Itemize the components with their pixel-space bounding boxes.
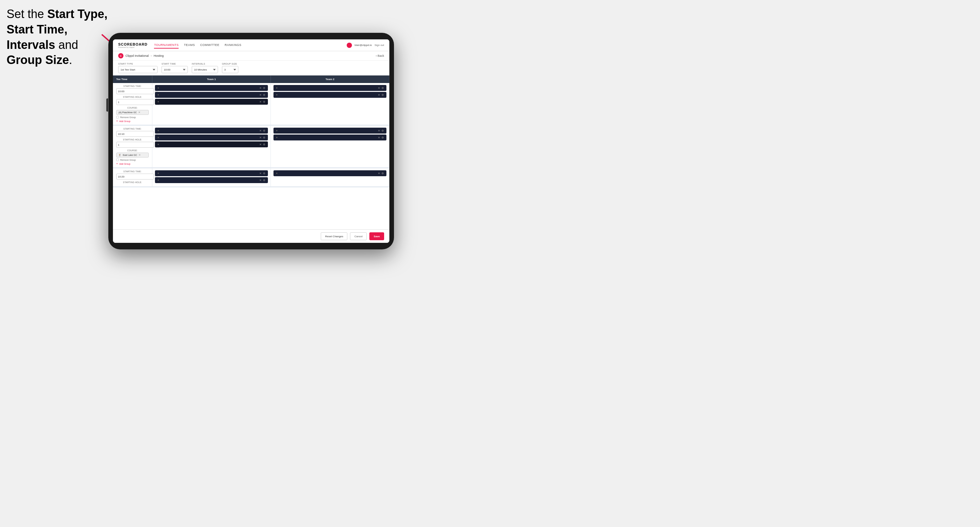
player-remove[interactable]: ✕ xyxy=(259,94,262,97)
course-remove-2[interactable]: ✕ xyxy=(138,154,141,157)
player-remove[interactable]: ✕ xyxy=(259,100,262,103)
player-settings[interactable]: ⚙ xyxy=(263,129,265,132)
intervals-select[interactable]: 10 Minutes 8 Minutes 12 Minutes xyxy=(192,66,218,73)
team1-cell-2: ✕ ⚙ ✕ ⚙ xyxy=(152,126,271,167)
player-settings[interactable]: ⚙ xyxy=(263,100,265,103)
player-remove[interactable]: ✕ xyxy=(378,87,380,90)
player-settings[interactable]: ⚙ xyxy=(263,172,265,175)
player-row: ✕ ⚙ xyxy=(155,128,268,133)
th-tee-time: Tee Time xyxy=(113,75,152,83)
nav-tab-teams[interactable]: TEAMS xyxy=(184,42,195,49)
player-remove[interactable]: ✕ xyxy=(259,179,262,182)
intervals-group: Intervals 10 Minutes 8 Minutes 12 Minute… xyxy=(192,63,218,73)
group-section-3: STARTING TIME: ⏱ STARTING HOLE: ✕ xyxy=(113,168,389,187)
player-dot xyxy=(158,94,159,95)
player-remove[interactable]: ✕ xyxy=(259,129,262,132)
player-row: ✕ ⚙ xyxy=(274,85,387,91)
course-tag-2: 🏌 East Lake GC ✕ xyxy=(116,152,149,157)
team2-cell-3: ✕ ⚙ xyxy=(271,168,389,186)
course-tag-1: (A) Peachtree GC ✕ xyxy=(116,110,149,115)
remove-group-btn-2[interactable]: Remove Group xyxy=(120,159,135,161)
remove-group-checkbox-2[interactable] xyxy=(116,159,119,161)
add-group-plus-2: + xyxy=(116,162,118,165)
start-time-select[interactable]: 10:00 xyxy=(162,66,188,73)
player-settings[interactable]: ⚙ xyxy=(263,136,265,139)
starting-time-input-3[interactable] xyxy=(116,174,154,179)
player-settings[interactable]: ⚙ xyxy=(263,94,265,97)
back-link[interactable]: ‹ Back xyxy=(375,54,384,57)
player-remove[interactable]: ✕ xyxy=(378,172,380,175)
cancel-button[interactable]: Cancel xyxy=(350,232,367,240)
player-remove[interactable]: ✕ xyxy=(259,172,262,175)
player-dot xyxy=(276,130,277,131)
add-group-btn-2[interactable]: Add Group xyxy=(119,163,130,165)
breadcrumb-icon: C xyxy=(118,53,123,59)
player-remove[interactable]: ✕ xyxy=(378,136,380,139)
player-dot xyxy=(276,87,277,89)
tablet-screen: SCOREBOARD Powered by clippd TOURNAMENTS… xyxy=(113,40,389,243)
save-button[interactable]: Save xyxy=(369,232,384,240)
starting-hole-label-2: STARTING HOLE: xyxy=(116,138,149,141)
player-remove[interactable]: ✕ xyxy=(378,94,380,97)
starting-time-label-1: STARTING TIME: xyxy=(116,85,149,87)
starting-hole-input-1[interactable] xyxy=(116,99,154,105)
start-time-label: Start Time xyxy=(162,63,188,65)
player-settings[interactable]: ⚙ xyxy=(382,172,384,175)
course-label-1: COURSE: xyxy=(116,106,149,109)
start-time-group: Start Time 10:00 xyxy=(162,63,188,73)
nav-tabs: TOURNAMENTS TEAMS COMMITTEE RANKINGS xyxy=(154,42,347,49)
group-size-select[interactable]: 3 2 4 xyxy=(222,66,239,73)
side-panel-1: STARTING TIME: ⏱ STARTING HOLE: ▲ ▼ xyxy=(113,83,152,125)
player-settings[interactable]: ⚙ xyxy=(263,87,265,90)
intervals-label: Intervals xyxy=(192,63,218,65)
player-settings[interactable]: ⚙ xyxy=(382,94,384,97)
player-remove[interactable]: ✕ xyxy=(259,87,262,90)
team2-cell-1: ✕ ⚙ ✕ ⚙ xyxy=(271,83,389,125)
player-row: ✕ ⚙ xyxy=(155,85,268,91)
player-row: ✕ ⚙ xyxy=(274,92,387,98)
group-section-1: STARTING TIME: ⏱ STARTING HOLE: ▲ ▼ xyxy=(113,83,389,126)
start-type-select[interactable]: 1st Tee Start Shotgun Start xyxy=(118,66,158,73)
course-remove-1[interactable]: ✕ xyxy=(138,111,140,114)
reset-changes-button[interactable]: Reset Changes xyxy=(321,232,347,240)
nav-bar: SCOREBOARD Powered by clippd TOURNAMENTS… xyxy=(113,40,389,51)
player-row: ✕ ⚙ xyxy=(274,170,387,176)
nav-tab-tournaments[interactable]: TOURNAMENTS xyxy=(154,42,178,49)
add-group-btn-1[interactable]: Add Group xyxy=(119,120,130,122)
side-panel-3: STARTING TIME: ⏱ STARTING HOLE: xyxy=(113,168,152,186)
side-panel-2: STARTING TIME: ⏱ STARTING HOLE: ▲ ▼ xyxy=(113,126,152,167)
starting-time-input-1[interactable] xyxy=(116,88,154,94)
remove-group-btn-1[interactable]: Remove Group xyxy=(120,116,135,119)
player-dot xyxy=(158,144,159,145)
tournament-name[interactable]: Clippd Invitational xyxy=(126,54,149,57)
nav-tab-committee[interactable]: COMMITTEE xyxy=(200,42,220,49)
team1-cell-3: ✕ ⚙ ✕ ⚙ xyxy=(152,168,271,186)
player-settings[interactable]: ⚙ xyxy=(382,129,384,132)
player-dot xyxy=(158,87,159,89)
th-team1: Team 1 xyxy=(152,75,271,83)
breadcrumb-bar: C Clippd Invitational › Hosting ‹ Back xyxy=(113,51,389,61)
add-group-plus-1: + xyxy=(116,119,118,123)
logo: SCOREBOARD Powered by clippd xyxy=(118,42,147,48)
player-dot xyxy=(276,137,277,138)
starting-time-input-2[interactable] xyxy=(116,131,154,137)
starting-time-label-3: STARTING TIME: xyxy=(116,170,149,173)
player-settings[interactable]: ⚙ xyxy=(382,136,384,139)
starting-hole-label-1: STARTING HOLE: xyxy=(116,96,149,98)
player-row: ✕ ⚙ xyxy=(274,128,387,133)
player-settings[interactable]: ⚙ xyxy=(263,179,265,182)
starting-hole-input-2[interactable] xyxy=(116,142,154,148)
player-row: ✕ ⚙ xyxy=(155,177,268,183)
player-row-extra-2: ✕ ⚙ xyxy=(155,141,268,147)
remove-group-checkbox-1[interactable] xyxy=(116,116,119,119)
player-remove[interactable]: ✕ xyxy=(378,129,380,132)
player-settings[interactable]: ⚙ xyxy=(382,87,384,90)
course-name-1: (A) Peachtree GC xyxy=(119,111,137,114)
player-remove[interactable]: ✕ xyxy=(259,143,262,146)
player-settings[interactable]: ⚙ xyxy=(263,143,265,146)
nav-tab-rankings[interactable]: RANKINGS xyxy=(224,42,241,49)
player-dot xyxy=(158,179,159,181)
player-remove[interactable]: ✕ xyxy=(259,136,262,139)
player-dot xyxy=(276,173,277,174)
sign-out-link[interactable]: Sign out xyxy=(375,44,384,47)
